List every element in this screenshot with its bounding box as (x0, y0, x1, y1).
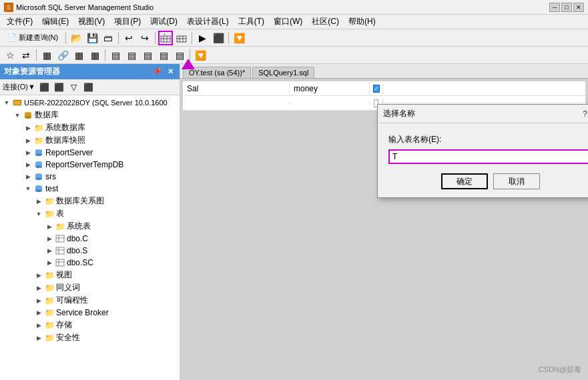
expand-service-broker[interactable]: ▶ (33, 307, 44, 318)
oe-refresh-btn[interactable]: ⬛ (38, 81, 51, 93)
menu-view[interactable]: 视图(V) (74, 15, 109, 29)
expand-system-tables[interactable]: ▶ (44, 221, 55, 232)
tree-item-dbo-sc[interactable]: ▶ dbo.SC (0, 257, 180, 269)
srs-label: srs (45, 172, 56, 181)
snapshots-icon: 📁 (33, 135, 44, 146)
tree-item-security[interactable]: ▶ 📁 安全性 (0, 331, 180, 344)
maximize-btn[interactable]: □ (561, 3, 572, 12)
menu-debug[interactable]: 调试(D) (146, 15, 182, 29)
expand-storage[interactable]: ▶ (33, 320, 44, 331)
dbdiagram-label: 数据库关系图 (56, 195, 104, 207)
run-btn[interactable]: ▶ (195, 31, 210, 45)
tree-item-test[interactable]: ▼ test (0, 183, 180, 195)
dbo-c-label: dbo.C (67, 234, 88, 243)
tree-item-programmability[interactable]: ▶ 📁 可编程性 (0, 294, 180, 307)
stop-btn[interactable]: ⬛ (211, 31, 226, 45)
expand-system-dbs[interactable]: ▶ (23, 123, 33, 133)
menu-project[interactable]: 项目(P) (110, 15, 145, 29)
minimize-btn[interactable]: ─ (549, 3, 560, 12)
tb2-btn5[interactable]: ▦ (71, 48, 86, 63)
menu-window[interactable]: 窗口(W) (270, 15, 306, 29)
oe-pin-btn[interactable]: 📌 (150, 67, 164, 77)
expand-synonyms[interactable]: ▶ (33, 283, 44, 293)
tree-item-srs[interactable]: ▶ srs (0, 171, 180, 183)
tree-item-storage[interactable]: ▶ 📁 存储 (0, 319, 180, 331)
menu-tabledesigner[interactable]: 表设计器(L) (183, 15, 233, 29)
tb2-btn9[interactable]: ▤ (140, 48, 155, 63)
dialog-cancel-btn[interactable]: 取消 (493, 173, 540, 189)
redo-btn[interactable]: ↪ (137, 31, 152, 45)
tb2-btn7[interactable]: ▤ (108, 48, 123, 63)
expand-dbdiagram[interactable]: ▶ (33, 196, 44, 207)
tb2-btn8[interactable]: ▤ (124, 48, 139, 63)
expand-dbo-sc[interactable]: ▶ (44, 257, 55, 268)
tree-item-snapshots[interactable]: ▶ 📁 数据库快照 (0, 134, 180, 147)
tb2-btn3[interactable]: ▦ (39, 48, 54, 63)
tb2-btn10[interactable]: ▤ (156, 48, 171, 63)
expand-dbo-c[interactable]: ▶ (44, 233, 55, 244)
grid-cell-check-0[interactable]: ✓ (370, 83, 383, 94)
expand-programmability[interactable]: ▶ (33, 295, 44, 306)
save-all-btn[interactable]: 🗃 (101, 31, 115, 45)
tree-item-service-broker[interactable]: ▶ 📁 Service Broker (0, 307, 180, 319)
tree-item-system-dbs[interactable]: ▶ 📁 系统数据库 (0, 121, 180, 134)
tree-item-reportserver[interactable]: ▶ ReportServer (0, 147, 180, 159)
tree-item-system-tables[interactable]: ▶ 📁 系统表 (0, 220, 180, 233)
open-btn[interactable]: 📂 (69, 31, 83, 45)
dialog-ok-btn[interactable]: 确定 (441, 173, 488, 189)
expand-tables[interactable]: ▼ (33, 209, 44, 219)
oe-filter-btn[interactable]: ⬛ (53, 81, 66, 93)
checkbox-checked-0[interactable]: ✓ (373, 85, 380, 93)
dialog-help-btn[interactable]: ? (583, 109, 587, 119)
oe-properties-btn[interactable]: ⬛ (82, 81, 95, 93)
expand-rstmp[interactable]: ▶ (23, 159, 33, 170)
menu-file[interactable]: 文件(F) (3, 15, 37, 29)
close-btn[interactable]: ✕ (573, 3, 584, 12)
expand-views[interactable]: ▶ (33, 270, 44, 281)
tab-oy-test[interactable]: OY.test (sa (54))* (183, 67, 251, 78)
expand-server[interactable]: ▼ (1, 97, 12, 108)
extra-btn[interactable]: 🔽 (232, 31, 246, 45)
expand-rs[interactable]: ▶ (23, 147, 33, 158)
menu-community[interactable]: 社区(C) (308, 15, 343, 29)
expand-srs[interactable]: ▶ (23, 171, 33, 182)
remove-table-btn[interactable] (174, 31, 189, 45)
tb2-btn2[interactable]: ⇄ (19, 48, 33, 63)
oe-header-controls: 📌 ✕ (150, 67, 176, 77)
tree-item-dbo-s[interactable]: ▶ dbo.S (0, 245, 180, 257)
tb2-btn4[interactable]: 🔗 (55, 48, 70, 63)
new-query-btn[interactable]: 📄 新建查询(N) (3, 31, 63, 45)
table-name-input[interactable] (392, 152, 588, 161)
tree-item-server[interactable]: ▼ USER-20220228OY (SQL Server 10.0.1600 (0, 97, 180, 109)
oe-header: 对象资源管理器 📌 ✕ (0, 64, 180, 79)
tree-item-synonyms[interactable]: ▶ 📁 同义词 (0, 281, 180, 294)
tree-item-dbo-c[interactable]: ▶ dbo.C (0, 233, 180, 245)
tb2-extra[interactable]: 🔽 (193, 48, 208, 63)
add-table-btn[interactable]: + (158, 31, 173, 45)
expand-dbo-s[interactable]: ▶ (44, 245, 55, 256)
tb2-btn6[interactable]: ▦ (87, 48, 102, 63)
tb2-btn1[interactable]: ☆ (3, 48, 17, 63)
reportserver-label: ReportServer (45, 148, 93, 157)
tree-item-databases[interactable]: ▼ 数据库 (0, 109, 180, 121)
menu-edit[interactable]: 编辑(E) (38, 15, 73, 29)
expand-snapshots[interactable]: ▶ (23, 135, 33, 146)
expand-databases[interactable]: ▼ (12, 110, 23, 121)
oe-sort-btn[interactable]: ▽ (67, 81, 81, 93)
dialog-input-wrapper (388, 149, 588, 164)
expand-security[interactable]: ▶ (33, 333, 44, 343)
tree-item-views[interactable]: ▶ 📁 视图 (0, 269, 180, 281)
menu-tools[interactable]: 工具(T) (234, 15, 268, 29)
menu-help[interactable]: 帮助(H) (344, 15, 380, 29)
dbo-sc-label: dbo.SC (67, 258, 93, 267)
tb2-btn11[interactable]: ▤ (172, 48, 187, 63)
expand-test[interactable]: ▼ (23, 183, 33, 194)
undo-btn[interactable]: ↩ (121, 31, 136, 45)
tree-item-reportservertempdb[interactable]: ▶ ReportServerTempDB (0, 159, 180, 171)
tab-sqlquery1[interactable]: SQLQuery1.sql (252, 67, 314, 78)
tree-item-tables[interactable]: ▼ 📁 表 (0, 207, 180, 220)
save-btn[interactable]: 💾 (85, 31, 99, 45)
svg-rect-11 (14, 101, 21, 103)
tree-item-dbdiagram[interactable]: ▶ 📁 数据库关系图 (0, 195, 180, 207)
oe-close-btn[interactable]: ✕ (166, 67, 176, 77)
